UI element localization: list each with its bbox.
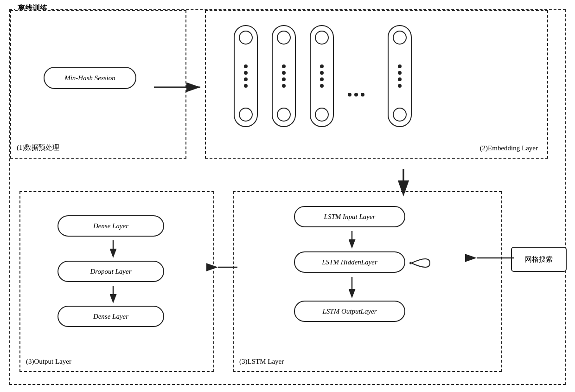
lstm-hidden-pill: LSTM HiddenLayer: [294, 251, 405, 273]
output-label: (3)Output Layer: [26, 358, 71, 366]
gridsearch-box: 网格搜索: [511, 247, 567, 272]
box-lstm: LSTM Input Layer LSTM HiddenLayer: [233, 191, 502, 372]
dot: [398, 64, 402, 68]
dot: [398, 77, 402, 81]
arrow-embedding-to-lstm: [395, 169, 412, 194]
dropout-layer-label: Dropout Layer: [90, 268, 131, 276]
dot-h: [348, 93, 351, 96]
node-col-3: [310, 25, 334, 127]
dot-h: [354, 93, 358, 96]
node-dots-1: [244, 45, 248, 108]
node-col-4: [388, 25, 412, 127]
dense-layer-1-label: Dense Layer: [93, 222, 128, 230]
arrow-dropout-to-dense2: [109, 286, 118, 304]
dot: [244, 84, 248, 88]
dot: [398, 71, 402, 75]
node-col-1: [234, 25, 258, 127]
dot: [320, 77, 324, 81]
lstm-input-label: LSTM Input Layer: [324, 213, 376, 221]
lstm-label: (3)LSTM Layer: [239, 358, 284, 366]
node-dots-3: [320, 45, 324, 108]
node-col-2: [272, 25, 296, 127]
arrow-input-to-hidden: [347, 231, 357, 250]
node-bottom-3: [315, 108, 329, 122]
node-dots-4: [398, 45, 402, 108]
node-dots-2: [282, 45, 286, 108]
outer-container: 离线训练 Min-Hash Session (1)数据预处理: [9, 9, 566, 385]
lstm-hidden-label: LSTM HiddenLayer: [322, 258, 377, 266]
dot: [244, 77, 248, 81]
arrow-grid-to-lstm: [473, 251, 514, 266]
arrow-lstm-to-output: [214, 261, 237, 276]
dot: [282, 64, 286, 68]
dense-layer-1-pill: Dense Layer: [58, 215, 164, 237]
dropout-layer-pill: Dropout Layer: [58, 261, 164, 282]
arrow-hidden-to-output: [347, 277, 357, 299]
dot: [320, 71, 324, 75]
dot: [320, 64, 324, 68]
embedding-nodes: [234, 25, 412, 127]
node-bottom-4: [393, 108, 407, 122]
gridsearch-label: 网格搜索: [525, 255, 553, 264]
dot: [282, 77, 286, 81]
dot: [244, 64, 248, 68]
minhash-pill: Min-Hash Session: [44, 67, 136, 89]
dense-layer-2-pill: Dense Layer: [58, 306, 164, 327]
dense-layer-2-label: Dense Layer: [93, 313, 128, 321]
dot: [244, 71, 248, 75]
minhash-label: Min-Hash Session: [64, 74, 115, 82]
lstm-input-pill: LSTM Input Layer: [294, 206, 405, 227]
embedding-label: (2)Embedding Layer: [480, 144, 538, 152]
node-top-2: [277, 31, 291, 45]
dot-h: [361, 93, 364, 96]
dot: [282, 71, 286, 75]
node-top-3: [315, 31, 329, 45]
arrow-to-embedding: [154, 81, 205, 96]
box-embedding: (2)Embedding Layer: [205, 10, 548, 159]
node-bottom-2: [277, 108, 291, 122]
node-top-1: [239, 31, 253, 45]
lstm-self-loop: [409, 252, 432, 276]
arrow-dense-to-dropout: [109, 240, 118, 259]
dot: [320, 84, 324, 88]
dot: [398, 84, 402, 88]
dot: [282, 84, 286, 88]
node-bottom-1: [239, 108, 253, 122]
svg-marker-12: [409, 261, 411, 265]
preprocessing-label: (1)数据预处理: [17, 143, 60, 152]
box-output: Dense Layer Dropout Layer: [19, 191, 214, 372]
node-top-4: [393, 31, 407, 45]
dots-between: [348, 93, 364, 96]
lstm-output-label: LSTM OutputLayer: [322, 308, 377, 315]
lstm-output-pill: LSTM OutputLayer: [294, 301, 405, 322]
